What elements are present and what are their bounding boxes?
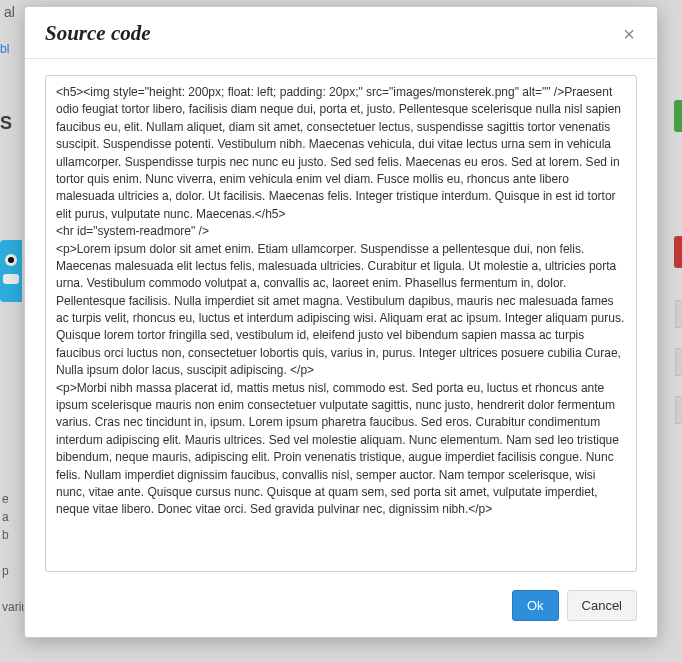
close-icon[interactable]: × xyxy=(621,24,637,44)
source-code-modal: Source code × Ok Cancel xyxy=(24,6,658,638)
modal-footer: Ok Cancel xyxy=(25,578,657,637)
source-code-textarea[interactable] xyxy=(45,75,637,572)
modal-body xyxy=(25,59,657,578)
modal-header: Source code × xyxy=(25,7,657,59)
cancel-button[interactable]: Cancel xyxy=(567,590,637,621)
ok-button[interactable]: Ok xyxy=(512,590,559,621)
modal-title: Source code xyxy=(45,21,151,46)
